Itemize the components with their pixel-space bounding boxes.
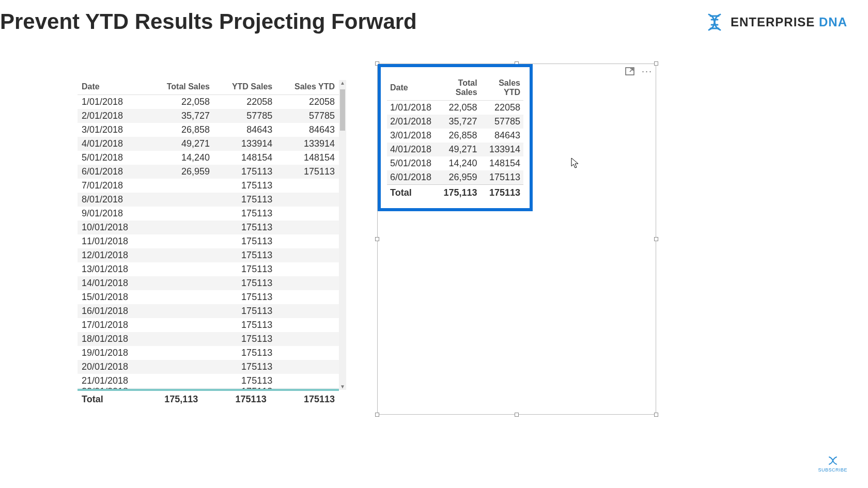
cell-sytd: 133914: [276, 137, 339, 151]
cell-sytd: 57785: [276, 109, 339, 123]
cell-sytd: [276, 388, 339, 390]
cell-ytd: 175113: [214, 221, 276, 234]
scroll-up-icon[interactable]: ▲: [340, 80, 345, 86]
table-row[interactable]: 5/01/201814,240148154: [387, 156, 523, 170]
cell-ytd: 175113: [214, 179, 276, 193]
table-row[interactable]: 5/01/201814,240148154148154: [78, 151, 339, 165]
cell-date: 9/01/2018: [78, 207, 148, 221]
table-row[interactable]: 9/01/2018175113: [78, 207, 339, 221]
cell-sytd: [276, 346, 339, 360]
col-date[interactable]: Date: [387, 77, 435, 101]
cell-date: 5/01/2018: [78, 151, 148, 165]
table-row[interactable]: 6/01/201826,959175113175113: [78, 165, 339, 179]
brand-suffix: DNA: [819, 15, 847, 29]
cell-date: 17/01/2018: [78, 318, 148, 332]
table-visual-filtered[interactable]: ··· Date Total Sales Sales YTD 1/01/2018…: [377, 64, 656, 415]
cell-date: 6/01/2018: [387, 170, 435, 185]
cell-total: [148, 318, 214, 332]
scroll-down-icon[interactable]: ▼: [340, 384, 345, 390]
total-label: Total: [78, 390, 129, 408]
table-row[interactable]: 20/01/2018175113: [78, 360, 339, 374]
subscribe-label: SUBSCRIBE: [818, 467, 847, 473]
table-row[interactable]: 3/01/201826,85884643: [387, 129, 523, 143]
table-row[interactable]: 10/01/2018175113: [78, 221, 339, 234]
table-row[interactable]: 4/01/201849,271133914133914: [78, 137, 339, 151]
cell-date: 16/01/2018: [78, 304, 148, 318]
table-row[interactable]: 6/01/201826,959175113: [387, 170, 523, 185]
cell-date: 4/01/2018: [78, 137, 148, 151]
cell-sytd: [276, 193, 339, 207]
cell-total: 49,271: [148, 137, 214, 151]
cell-ytd: 84643: [214, 123, 276, 137]
col-sales-ytd[interactable]: Sales YTD: [276, 80, 339, 95]
table-row[interactable]: 22/01/2018175113: [78, 388, 339, 390]
table-row[interactable]: 19/01/2018175113: [78, 346, 339, 360]
table-row[interactable]: 1/01/201822,05822058: [387, 101, 523, 115]
cell-sytd: 148154: [481, 156, 523, 170]
table-row[interactable]: 2/01/201835,72757785: [387, 115, 523, 129]
col-date[interactable]: Date: [78, 80, 148, 95]
table-row[interactable]: 12/01/2018175113: [78, 248, 339, 262]
cell-sytd: [276, 221, 339, 234]
cell-ytd: 175113: [214, 388, 276, 390]
cell-sytd: [276, 304, 339, 318]
col-total-sales[interactable]: Total Sales: [435, 77, 481, 101]
cell-date: 13/01/2018: [78, 262, 148, 276]
total-sytd: 175113: [481, 185, 523, 201]
cell-sytd: 133914: [481, 143, 523, 156]
filtered-data-table: Date Total Sales Sales YTD 1/01/201822,0…: [387, 77, 523, 201]
brand-logo: ENTERPRISE DNA: [704, 11, 847, 33]
cell-total: [148, 360, 214, 374]
cell-sytd: [276, 179, 339, 193]
col-sales-ytd[interactable]: Sales YTD: [481, 77, 523, 101]
focus-mode-icon[interactable]: [625, 67, 634, 75]
col-total-sales[interactable]: Total Sales: [148, 80, 214, 95]
table-row[interactable]: 1/01/201822,0582205822058: [78, 95, 339, 109]
cell-ytd: 175113: [214, 290, 276, 304]
cell-total: [148, 388, 214, 390]
cell-total: [148, 221, 214, 234]
table-row[interactable]: 13/01/2018175113: [78, 262, 339, 276]
cell-total: [148, 346, 214, 360]
brand-name: ENTERPRISE: [731, 15, 815, 29]
cell-sytd: 84643: [276, 123, 339, 137]
table-row[interactable]: 21/01/2018175113: [78, 374, 339, 388]
cell-sytd: [276, 318, 339, 332]
col-ytd-sales[interactable]: YTD Sales: [214, 80, 276, 95]
cell-total: 26,959: [148, 165, 214, 179]
cell-date: 4/01/2018: [387, 143, 435, 156]
table-row[interactable]: 2/01/201835,7275778557785: [78, 109, 339, 123]
cell-sytd: 148154: [276, 151, 339, 165]
cell-date: 19/01/2018: [78, 346, 148, 360]
mouse-cursor-icon: [571, 158, 578, 168]
cell-date: 22/01/2018: [78, 388, 148, 390]
cell-date: 10/01/2018: [78, 221, 148, 234]
table-visual-full[interactable]: Date Total Sales YTD Sales Sales YTD 1/0…: [78, 80, 346, 405]
table-row[interactable]: 14/01/2018175113: [78, 276, 339, 290]
cell-total: 22,058: [148, 95, 214, 109]
table-row[interactable]: 8/01/2018175113: [78, 193, 339, 207]
table-row[interactable]: 15/01/2018175113: [78, 290, 339, 304]
vertical-scrollbar[interactable]: ▲ ▼: [339, 80, 346, 390]
cell-total: 14,240: [435, 156, 481, 170]
scroll-thumb[interactable]: [340, 89, 345, 131]
cell-total: 26,858: [148, 123, 214, 137]
table-row[interactable]: 3/01/201826,8588464384643: [78, 123, 339, 137]
cell-date: 5/01/2018: [387, 156, 435, 170]
cell-date: 12/01/2018: [78, 248, 148, 262]
table-row[interactable]: 11/01/2018175113: [78, 234, 339, 248]
cell-total: [148, 262, 214, 276]
table-row[interactable]: 4/01/201849,271133914: [387, 143, 523, 156]
total-sytd: 175113: [271, 390, 339, 408]
cell-total: [148, 374, 214, 388]
subscribe-badge[interactable]: SUBSCRIBE: [818, 455, 847, 473]
cell-ytd: 175113: [214, 248, 276, 262]
cell-total: [148, 207, 214, 221]
cell-date: 3/01/2018: [387, 129, 435, 143]
table-row[interactable]: 16/01/2018175113: [78, 304, 339, 318]
table-row[interactable]: 18/01/2018175113: [78, 332, 339, 346]
table-row[interactable]: 17/01/2018175113: [78, 318, 339, 332]
cell-date: 7/01/2018: [78, 179, 148, 193]
more-options-icon[interactable]: ···: [642, 69, 653, 74]
table-row[interactable]: 7/01/2018175113: [78, 179, 339, 193]
